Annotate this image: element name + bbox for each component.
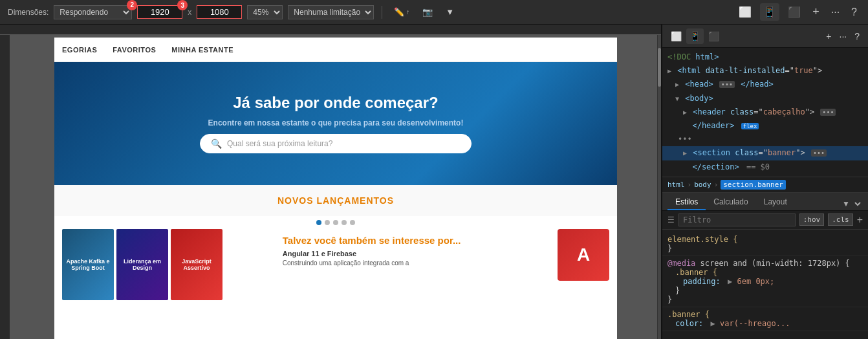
- tree-html[interactable]: ▶ <html data-lt-installed="true">: [662, 64, 868, 78]
- width-input[interactable]: [137, 5, 182, 19]
- preview-scrollbar[interactable]: [657, 35, 661, 339]
- at-media-query: screen and (min-width: 1728px) {: [700, 259, 850, 268]
- tab-calculado[interactable]: Calculado: [706, 195, 755, 210]
- css-val-padding: 6em 0px;: [737, 277, 775, 286]
- media-selector[interactable]: .banner {: [675, 268, 717, 277]
- search-icon: 🔍: [211, 138, 222, 149]
- featured-desc: Construindo uma aplicação integrada com …: [283, 259, 409, 267]
- zoom-select[interactable]: 45%: [247, 5, 283, 19]
- breadcrumb-sep-2: ›: [714, 180, 719, 189]
- tree-ellipsis-dots: •••: [678, 135, 692, 144]
- tree-ellipsis-row[interactable]: •••: [662, 133, 868, 146]
- novos-lancamentos-section: NOVOS LANÇAMENTOS: [54, 185, 617, 216]
- doctype-text: <!DOC: [667, 52, 691, 61]
- tree-head[interactable]: ▶ <head> ••• </head>: [662, 78, 868, 91]
- banner-title: Já sabe por onde começar?: [233, 94, 438, 112]
- tab-layout[interactable]: Layout: [756, 195, 795, 210]
- add-btn[interactable]: +: [809, 3, 823, 21]
- breadcrumb-section[interactable]: section.banner: [721, 180, 786, 190]
- pencil-icon-btn[interactable]: ✏️ ↑: [390, 6, 413, 18]
- media-props: padding: ▶ 6em 0px;: [675, 277, 863, 286]
- breadcrumb-html[interactable]: html: [667, 180, 685, 189]
- filter-hov-btn[interactable]: :hov: [799, 213, 825, 226]
- body-arrow[interactable]: ▼: [675, 95, 679, 102]
- section-arrow[interactable]: ▶: [683, 149, 687, 157]
- filter-add-btn[interactable]: +: [857, 215, 863, 225]
- more-dots-btn[interactable]: ···: [828, 4, 843, 21]
- tree-section-close[interactable]: </section> == $0: [662, 160, 868, 174]
- capture-btn[interactable]: 📷: [418, 6, 437, 18]
- featured-subtitle: Angular 11 e Firebase: [283, 250, 542, 257]
- angular-logo-icon: A: [577, 245, 590, 265]
- breadcrumb-body[interactable]: body: [694, 180, 711, 189]
- tabs-right: ▼: [837, 197, 863, 210]
- preview-content: EGORIAS FAVORITOS MINHA ESTANTE Já sabe …: [10, 35, 661, 339]
- devtools-pane: ⬜ 📱 ⬛ + ··· ? <!DOC html> ▶ <html data-l…: [661, 25, 868, 339]
- devtools-inspect-btn[interactable]: ⬜: [735, 3, 755, 21]
- search-placeholder: Qual será sua próxima leitura?: [227, 139, 332, 148]
- featured-content: Talvez você também se interesse por... A…: [272, 229, 552, 272]
- limit-select[interactable]: Nenhuma limitação: [288, 5, 374, 19]
- header-arrow[interactable]: ▶: [683, 109, 687, 116]
- book-card-javascript[interactable]: JavaScript Assertivo: [171, 229, 222, 300]
- css-prop-padding: padding:: [683, 277, 721, 286]
- book-card-kafka[interactable]: Apache Kafka e Spring Boot: [62, 229, 114, 300]
- filter-bar: ☰ :hov .cls +: [662, 211, 868, 230]
- css-rule-element-style: element.style { }: [662, 232, 868, 256]
- dot-1[interactable]: [316, 220, 321, 225]
- dot-5[interactable]: [350, 220, 355, 225]
- css-rule-banner: .banner { color: ▶ var(--hreago...: [662, 307, 868, 331]
- books-row: Apache Kafka e Spring Boot Liderança em …: [54, 229, 617, 300]
- dt-add-btn[interactable]: +: [823, 28, 834, 44]
- html-arrow[interactable]: ▶: [667, 67, 671, 74]
- dt-inspect-btn[interactable]: ⬜: [667, 28, 685, 44]
- separator-1: [382, 6, 382, 19]
- css-styles-panel: element.style { } @media screen and (min…: [662, 230, 868, 339]
- nav-item-categorias[interactable]: EGORIAS: [62, 46, 97, 54]
- badge-3: 3: [177, 0, 188, 10]
- css-color-triangle[interactable]: ▶: [711, 319, 715, 328]
- dot-4[interactable]: [342, 220, 347, 225]
- site-search-bar[interactable]: 🔍 Qual será sua próxima leitura?: [200, 134, 472, 153]
- css-rule-media: @media screen and (min-width: 1728px) { …: [662, 256, 868, 307]
- dt-menu-btn[interactable]: ···: [836, 28, 851, 44]
- element-style-selector[interactable]: element.style {: [667, 235, 737, 244]
- dot-2[interactable]: [325, 220, 330, 225]
- dt-device-btn[interactable]: 📱: [686, 28, 704, 44]
- devtools-responsive-btn[interactable]: 📱: [760, 3, 779, 21]
- nav-item-estante[interactable]: MINHA ESTANTE: [171, 46, 233, 54]
- devtools-3d-btn[interactable]: ⬛: [785, 3, 804, 21]
- tab-estilos[interactable]: Estilos: [667, 195, 706, 210]
- tree-doctype[interactable]: <!DOC html>: [662, 50, 868, 64]
- tree-header-close[interactable]: </header> flex: [662, 119, 868, 133]
- dot-3[interactable]: [333, 220, 338, 225]
- tree-header[interactable]: ▶ <header class="cabeçalho"> •••: [662, 105, 868, 119]
- carousel-dots: [54, 216, 617, 229]
- css-triangle[interactable]: ▶: [728, 277, 732, 286]
- css-val-color: var(--hreago...: [720, 319, 790, 328]
- help-btn[interactable]: ?: [848, 4, 860, 21]
- book-card-lideranca[interactable]: Liderança em Design: [116, 229, 168, 300]
- toolbar: Dimensões: Respondendo 2 3 x 45% Nenhuma…: [0, 0, 868, 25]
- tree-section[interactable]: ▶ <section class="banner"> •••: [662, 146, 868, 160]
- filter-cls-btn[interactable]: .cls: [828, 213, 853, 226]
- banner-selector[interactable]: .banner {: [667, 310, 710, 319]
- dimensions-label: Dimensões:: [8, 8, 49, 17]
- nav-item-favoritos[interactable]: FAVORITOS: [113, 46, 156, 54]
- section-eq: == $0: [746, 162, 770, 171]
- head-arrow[interactable]: ▶: [675, 81, 679, 88]
- dt-help-btn[interactable]: ?: [851, 28, 863, 44]
- devtools-top-bar: ⬜ 📱 ⬛ + ··· ?: [662, 25, 868, 48]
- tabs-dropdown[interactable]: ▼: [837, 197, 863, 210]
- height-input[interactable]: [197, 5, 242, 19]
- more-btn[interactable]: ▼: [442, 6, 458, 18]
- book1-title: Apache Kafka e Spring Boot: [65, 258, 111, 271]
- dt-layers-btn[interactable]: ⬛: [705, 28, 722, 44]
- preview-pane: EGORIAS FAVORITOS MINHA ESTANTE Já sabe …: [0, 25, 661, 339]
- devtools-tabs: Estilos Calculado Layout ▼: [662, 193, 868, 211]
- at-rule-line: @media screen and (min-width: 1728px) {: [667, 259, 863, 268]
- scrollbar-thumb[interactable]: [658, 48, 661, 87]
- filter-input[interactable]: [678, 213, 796, 226]
- tree-body[interactable]: ▼ <body>: [662, 92, 868, 105]
- responsive-select[interactable]: Respondendo: [54, 5, 132, 19]
